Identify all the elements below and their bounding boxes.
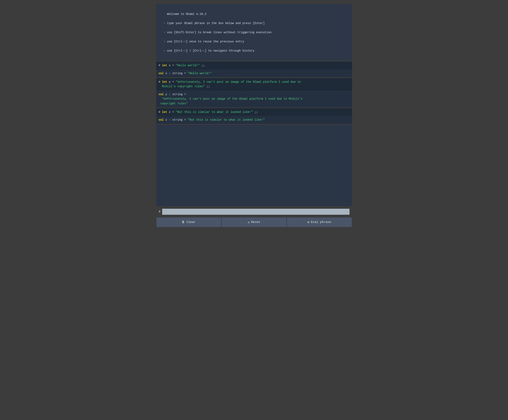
input-prompt: # [159,210,161,214]
welcome-line2: - type your OCaml phrase in the box belo… [160,22,265,25]
kw-let-3: let [162,111,167,114]
reset-label: Reset [251,221,261,224]
output-value-3: "But this is similar to what it looked l… [188,118,265,121]
output-line-3: val z : string = "But this is similar to… [156,116,352,124]
repl-container: Welcome to OCaml 4.10.2 - type your OCam… [156,4,352,227]
kw-let-1: let [162,64,167,67]
repl-block-1: # let x = "Hello world!" ;; val x : stri… [156,62,352,77]
buttons-row: 🗑 Clear ↺ Reset ⚙ Eval phrase [156,217,352,227]
clear-label: Clear [187,221,195,224]
var-1: x [167,64,172,67]
phrase-input[interactable] [162,209,349,215]
eval-label: Eval phrase [311,221,331,224]
input-line-2: # let y = "Unfortunately, I can't post a… [156,78,352,90]
welcome-line3: - use [Shift-Enter] to break lines witho… [160,31,272,34]
reset-icon: ↺ [247,220,249,224]
prompt-3: # [159,111,162,114]
output-value-1: "Hello world!" [188,72,212,75]
output-line-1: val x : string = "Hello world!" [156,69,352,77]
kw-let-2: let [162,80,167,84]
eval-icon: ⚙ [307,220,309,224]
output-line-2: val y : string = "Unfortunately, I can't… [156,90,352,107]
welcome-box: Welcome to OCaml 4.10.2 - type your OCam… [156,4,352,61]
welcome-line5: - use [Ctrl-↑] / [Ctrl-↓] to navigate th… [160,49,254,52]
empty-output-area [156,125,352,206]
clear-icon: 🗑 [182,220,185,224]
input-line-3: # let z = "But this is similar to what i… [156,108,352,116]
kw-val-2: val [159,93,164,96]
clear-button[interactable]: 🗑 Clear [156,217,222,227]
eval-button[interactable]: ⚙ Eval phrase [287,217,352,227]
reset-button[interactable]: ↺ Reset [222,217,287,227]
welcome-line1: Welcome to OCaml 4.10.2 [167,12,206,16]
kw-val-1: val [159,72,164,75]
string-3: "But this is similar to what it looked l… [176,111,253,114]
string-2: "Unfortunately, I can't post an image of… [159,80,301,88]
input-row: # [156,207,352,216]
output-value-2: "Unfortunately, I can't post an image of… [159,97,303,100]
welcome-line4: - use [Ctrl-↑] once to reuse the previou… [160,40,244,43]
repl-block-3: # let z = "But this is similar to what i… [156,108,352,124]
repl-block-2: # let y = "Unfortunately, I can't post a… [156,78,352,107]
string-1: "Hello world!" [176,64,200,67]
kw-val-3: val [159,118,164,121]
prompt-1: # [159,64,162,67]
prompt-2: # [159,80,162,84]
input-line-1: # let x = "Hello world!" ;; [156,62,352,69]
